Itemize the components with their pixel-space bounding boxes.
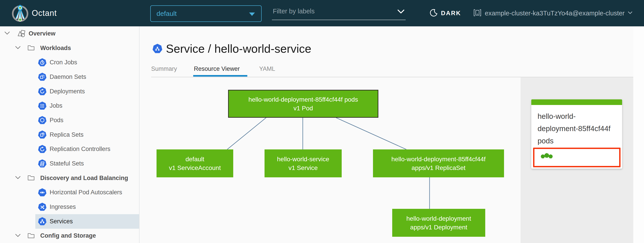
folder-icon [27,44,35,52]
chevron-down-icon[interactable] [397,9,405,15]
folder-icon [27,232,35,240]
sidebar-item-replica-sets[interactable]: Replica Sets [0,128,139,142]
node-kind: apps/v1 ReplicaSet [412,164,465,172]
chevron-down-icon[interactable] [15,45,21,51]
page-title: Service / hello-world-service [152,42,311,55]
theme-toggle-button[interactable]: DARK [430,7,461,20]
graph-node-replicaset[interactable]: hello-world-deployment-85ff4cf44f apps/v… [373,149,504,177]
pod-heptagon-icon [38,116,46,124]
namespace-dropdown[interactable]: default [150,5,262,22]
namespace-caret-icon [249,12,255,16]
node-name: hello-world-service [277,155,329,164]
sidebar-item-horizontal-pod-autoscalers[interactable]: Horizontal Pod Autoscalers [0,185,139,200]
pod-status-dot[interactable] [548,154,553,159]
cluster-context-selector[interactable]: example-cluster-ka3TuTzYo4a@example-clus… [473,7,632,20]
chevron-down-icon[interactable] [15,175,21,181]
node-detail-panel: hello-world-deployment-85ff4cf44f pods [520,77,633,243]
sidebar-item-jobs[interactable]: Jobs [0,98,139,113]
label-filter-placeholder: Filter by labels [273,7,314,15]
sidebar-group-workloads[interactable]: Workloads [0,41,139,55]
page-title-text: Service / hello-world-service [166,42,311,55]
job-heptagon-icon [38,102,46,110]
deployment-heptagon-icon [38,87,46,96]
selected-node-card[interactable]: hello-world-deployment-85ff4cf44f pods [531,99,622,169]
folder-icon [27,174,35,182]
octant-app: Octant default Filter by labels DARK [0,0,644,243]
tab-yaml[interactable]: YAML [259,65,275,75]
statefulset-heptagon-icon [38,160,46,168]
node-status-bar [531,99,622,105]
cluster-context-label: example-cluster-ka3TuTzYo4a@example-clus… [485,9,624,17]
sidebar-item-label: Jobs [50,102,62,109]
node-kind: v1 Pod [294,104,313,113]
node-name: default [185,155,204,164]
node-kind: apps/v1 Deployment [410,223,467,232]
sidebar-item-label: Config and Storage [40,232,96,239]
graph-node-serviceaccount[interactable]: default v1 ServiceAccount [156,149,233,177]
moon-icon [430,9,438,18]
app-title: Octant [32,0,57,26]
namespace-value: default [156,6,177,21]
cluster-caret-icon [628,11,632,15]
sidebar-item-label: Discovery and Load Balancing [40,175,128,182]
sidebar-item-services[interactable]: Services [0,214,139,229]
node-name: hello-world-deployment-85ff4cf44f pods [248,95,358,104]
service-heptagon-icon [38,217,46,226]
cronjob-heptagon-icon [38,58,46,67]
node-kind: v1 Service [288,164,318,172]
pod-status-dots [541,153,552,159]
octant-logo-icon[interactable] [11,4,29,22]
sidebar-item-label: Horizontal Pod Autoscalers [50,189,122,196]
hpa-heptagon-icon [38,188,46,197]
objects-icon [18,29,26,37]
sidebar-item-cron-jobs[interactable]: Cron Jobs [0,55,139,70]
cluster-icon [473,9,482,18]
replicaset-heptagon-icon [38,130,46,139]
node-kind: v1 ServiceAccount [169,164,221,172]
label-filter-input[interactable]: Filter by labels [272,4,406,20]
graph-node-pod[interactable]: hello-world-deployment-85ff4cf44f pods v… [228,90,378,118]
sidebar-item-pods[interactable]: Pods [0,113,139,128]
graph-node-deployment[interactable]: hello-world-deployment apps/v1 Deploymen… [392,209,485,237]
node-name: hello-world-deployment-85ff4cf44f [391,155,486,164]
sidebar-item-label: Services [50,218,73,225]
sidebar-item-ingresses[interactable]: Ingresses [0,200,139,214]
graph-node-service[interactable]: hello-world-service v1 Service [264,149,342,177]
app-header: Octant default Filter by labels DARK [0,0,644,26]
ingress-heptagon-icon [38,203,46,211]
chevron-down-icon[interactable] [15,233,21,239]
selected-node-title: hello-world-deployment-85ff4cf44f pods [538,110,611,147]
sidebar-item-replication-controllers[interactable]: Replication Controllers [0,142,139,157]
sidebar-item-label: Stateful Sets [50,160,84,167]
sidebar-item-label: Pods [50,117,64,124]
sidebar-item-overview[interactable]: Overview [0,26,139,41]
sidebar-item-label: Daemon Sets [50,73,86,80]
sidebar-item-label: Overview [28,30,56,37]
chevron-down-icon[interactable] [4,31,10,36]
sidebar-item-label: Cron Jobs [50,59,77,66]
pod-status-selection-box[interactable] [533,148,620,167]
theme-toggle-label: DARK [441,10,461,17]
sidebar-group-discovery-and-load-balancing[interactable]: Discovery and Load Balancing [0,171,139,185]
replicationcontroller-heptagon-icon [38,145,46,153]
sidebar-item-deployments[interactable]: Deployments [0,84,139,99]
pod-status-dot[interactable] [544,153,549,158]
sidebar-item-stateful-sets[interactable]: Stateful Sets [0,156,139,171]
sidebar-group-config-and-storage[interactable]: Config and Storage [0,229,139,243]
node-name: hello-world-deployment [406,214,471,223]
sidebar-item-label: Deployments [50,88,85,95]
right-margin [633,26,644,243]
daemonset-heptagon-icon [38,73,46,81]
tab-resource-viewer[interactable]: Resource Viewer [194,65,240,75]
active-tab-underline [193,75,247,77]
sidebar-item-daemon-sets[interactable]: Daemon Sets [0,70,139,84]
sidebar-item-label: Workloads [40,45,71,52]
service-heptagon-icon [152,44,162,54]
tab-summary[interactable]: Summary [151,65,177,75]
sidebar-item-label: Replication Controllers [50,146,110,153]
sidebar-item-label: Replica Sets [50,131,84,138]
pod-status-dot[interactable] [541,154,545,159]
sidebar-nav: Overview Workloads Cron Jobs [0,26,140,243]
sidebar-item-label: Ingresses [50,204,76,210]
